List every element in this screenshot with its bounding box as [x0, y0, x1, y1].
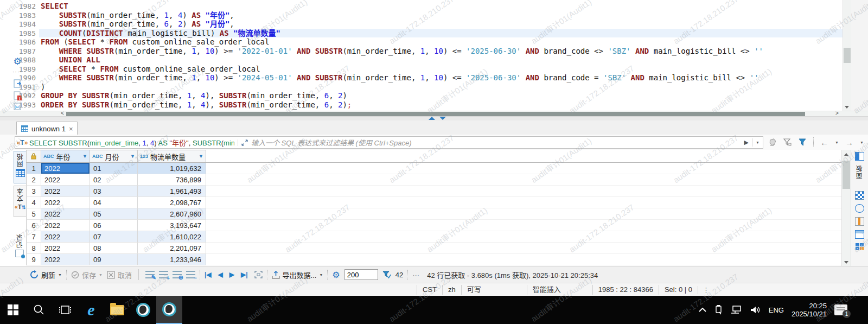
row-number[interactable]: 3: [26, 186, 41, 197]
nav-back-icon[interactable]: ←: [820, 138, 828, 147]
fetch-size-input[interactable]: [344, 269, 378, 280]
result-tab-close-icon[interactable]: ×: [69, 125, 73, 133]
value-buttons-icon[interactable]: −+ ×≡: [856, 243, 864, 251]
sort-caret-icon[interactable]: ▼: [82, 154, 87, 159]
cell-month[interactable]: 01: [90, 163, 138, 174]
cell-month[interactable]: 04: [90, 197, 138, 208]
editor-vscroll-thumb[interactable]: [844, 48, 851, 63]
sql-editor[interactable]: ⚙ ···· ! (ω) 1982SELECT1983 SUBSTR(min_o…: [0, 0, 868, 111]
code-line-1985[interactable]: 1985 COUNT(DISTINCT main_logistic_bill) …: [0, 29, 843, 38]
next-page-icon[interactable]: ▶: [229, 271, 234, 278]
internet-explorer-icon[interactable]: e: [78, 296, 104, 324]
filter-input[interactable]: «T» SELECT SUBSTR(min_order_time, 1, 4) …: [15, 136, 763, 149]
sash-maximize-arrow[interactable]: [429, 117, 435, 120]
cell-count[interactable]: 2,098,767: [138, 197, 206, 208]
statusbar-item[interactable]: CST: [417, 285, 442, 295]
taskbar-clock[interactable]: 20:25 2025/10/21: [792, 302, 827, 318]
file-explorer-icon[interactable]: [104, 296, 130, 324]
result-settings-gear-icon[interactable]: ⚙: [332, 270, 340, 280]
calc-panel-icon[interactable]: [855, 191, 864, 200]
save-button[interactable]: 保存 ▼: [71, 270, 103, 280]
column-header-count[interactable]: 123 物流单数量 ▼: [138, 150, 206, 162]
code-line-1993[interactable]: 1993ORDER BY SUBSTR(min_order_time, 1, 4…: [0, 100, 843, 110]
save-caret-icon[interactable]: ▼: [99, 273, 103, 277]
first-page-icon[interactable]: |◀: [205, 271, 212, 278]
table-row[interactable]: 32022031,961,493: [26, 186, 841, 197]
add-row-icon[interactable]: +: [159, 271, 168, 279]
sort-caret-icon[interactable]: ▼: [199, 154, 203, 159]
panels-icon[interactable]: [855, 152, 864, 161]
hscroll-left-arrow[interactable]: <: [61, 110, 64, 116]
table-row[interactable]: 12022011,019,632: [26, 163, 841, 174]
table-row[interactable]: 42022042,098,767: [26, 197, 841, 208]
edit-cell-icon[interactable]: ✎: [145, 271, 155, 279]
grid-corner-cell[interactable]: [26, 150, 41, 162]
cell-year[interactable]: 2022: [41, 231, 90, 243]
column-header-year[interactable]: ABC 年份 ▼: [41, 150, 90, 162]
table-row[interactable]: 62022063,193,647: [26, 220, 841, 231]
code-line-1984[interactable]: 1984 SUBSTR(min_order_time, 6, 2) AS "月份…: [0, 20, 843, 29]
code-line-1987[interactable]: 1987 WHERE SUBSTR(min_order_time, 1, 10)…: [0, 47, 843, 56]
cell-month[interactable]: 07: [90, 231, 138, 243]
erase-filter-icon[interactable]: [768, 138, 777, 146]
code-line-1988[interactable]: 1988 UNION ALL: [0, 55, 843, 65]
table-row[interactable]: 52022052,607,960: [26, 208, 841, 220]
aggregate-panel-icon[interactable]: [855, 204, 864, 213]
results-vertical-scrollbar[interactable]: [841, 150, 851, 266]
usb-device-icon[interactable]: [714, 305, 723, 315]
cell-year[interactable]: 2022: [41, 186, 90, 197]
statusbar-item[interactable]: 1985 : 22 : 84366: [592, 285, 659, 295]
cell-month[interactable]: 03: [90, 186, 138, 197]
cancel-button[interactable]: 取消: [107, 270, 132, 280]
view-tab-grid[interactable]: 网格: [14, 151, 27, 183]
cell-year[interactable]: 2022: [41, 197, 90, 208]
cell-year[interactable]: 2022: [41, 254, 90, 265]
apply-filter-icon[interactable]: ▶: [744, 139, 749, 146]
column-header-month[interactable]: ABC 月份 ▼: [90, 150, 138, 162]
overflow-ellipsis[interactable]: ···: [412, 271, 419, 279]
code-lines[interactable]: 1982SELECT1983 SUBSTR(min_order_time, 1,…: [0, 2, 843, 109]
taskbar-search-icon[interactable]: [26, 296, 52, 324]
cell-month[interactable]: 09: [90, 254, 138, 265]
volume-icon[interactable]: [750, 306, 761, 314]
start-button[interactable]: [0, 296, 26, 324]
cell-year[interactable]: 2022: [41, 208, 90, 220]
cell-count[interactable]: 1,233,946: [138, 254, 206, 265]
cell-count[interactable]: 1,961,493: [138, 186, 206, 197]
row-number[interactable]: 9: [26, 254, 41, 265]
row-number[interactable]: 1: [26, 163, 41, 174]
row-number[interactable]: 2: [26, 174, 41, 186]
table-row[interactable]: 2202202736,899: [26, 174, 841, 186]
nav-forward-icon[interactable]: →: [845, 138, 853, 147]
export-button[interactable]: 导出数据... ▼: [272, 270, 323, 280]
code-line-1983[interactable]: 1983 SUBSTR(min_order_time, 1, 4) AS "年份…: [0, 11, 843, 20]
row-number[interactable]: 8: [26, 243, 41, 254]
network-icon[interactable]: [731, 306, 743, 314]
sort-caret-icon[interactable]: ▼: [130, 154, 135, 159]
code-line-1991[interactable]: 1991): [0, 82, 843, 92]
cell-month[interactable]: 02: [90, 174, 138, 186]
refresh-caret-icon[interactable]: ▼: [58, 273, 62, 277]
statusbar-item[interactable]: zh: [442, 285, 461, 295]
cell-year[interactable]: 2022: [41, 174, 90, 186]
filters-menu-icon[interactable]: [799, 138, 807, 147]
code-line-1990[interactable]: 1990 WHERE SUBSTR(min_order_time, 1, 10)…: [0, 73, 843, 82]
table-row[interactable]: 72022071,610,022: [26, 231, 841, 243]
cell-count[interactable]: 1,019,632: [138, 163, 206, 174]
code-line-1982[interactable]: 1982SELECT: [0, 2, 843, 11]
export-caret-icon[interactable]: ▼: [319, 273, 323, 277]
cell-year[interactable]: 2022: [41, 163, 90, 174]
prev-page-icon[interactable]: ◀: [218, 271, 223, 278]
row-number[interactable]: 6: [26, 220, 41, 231]
filter-expand-icon[interactable]: [238, 139, 248, 146]
cell-year[interactable]: 2022: [41, 220, 90, 231]
custom-filter-icon[interactable]: [783, 138, 792, 146]
language-indicator[interactable]: ENG: [769, 306, 784, 314]
cell-year[interactable]: 2022: [41, 243, 90, 254]
filter-history-caret-icon[interactable]: ▼: [756, 141, 760, 144]
dbeaver-active-window[interactable]: [156, 296, 182, 324]
statusbar-item[interactable]: 智能插入: [527, 285, 592, 295]
nav-forward-caret-icon[interactable]: ▼: [860, 141, 864, 144]
view-tab-text[interactable]: 文本 «T⇅: [14, 186, 27, 217]
code-line-1989[interactable]: 1989 SELECT * FROM custom_online_sale_or…: [0, 65, 843, 74]
